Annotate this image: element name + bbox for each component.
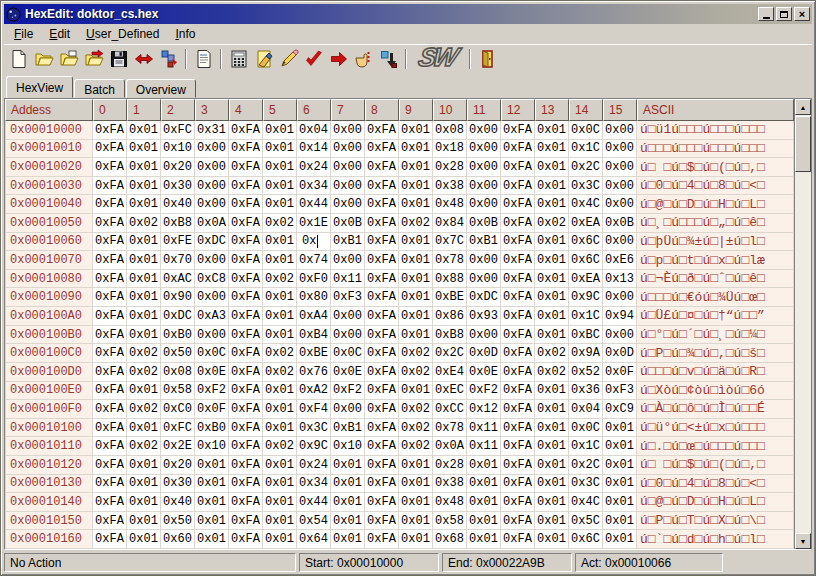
byte-cell[interactable]: 0x00 — [467, 326, 501, 345]
byte-cell[interactable]: 0xC8 — [195, 270, 229, 289]
byte-cell[interactable]: 0xFA — [229, 437, 263, 456]
column-header-6[interactable]: 6 — [297, 99, 331, 121]
byte-cell[interactable]: 0xFA — [93, 233, 127, 252]
byte-cell[interactable]: 0x34 — [297, 177, 331, 196]
byte-cell[interactable]: 0xFA — [365, 437, 399, 456]
menu-file[interactable]: File — [6, 25, 41, 43]
byte-cell[interactable]: 0x40 — [161, 493, 195, 512]
byte-cell[interactable]: 0x01 — [535, 456, 569, 475]
byte-cell[interactable]: 0x01 — [263, 158, 297, 177]
byte-cell[interactable]: 0x01 — [127, 140, 161, 159]
byte-cell[interactable]: 0x52 — [569, 363, 603, 382]
validate-check-button[interactable] — [301, 47, 326, 71]
byte-cell[interactable]: 0xFA — [229, 270, 263, 289]
byte-cell[interactable]: 0x0A — [433, 437, 467, 456]
byte-cell[interactable]: 0xFA — [365, 363, 399, 382]
byte-cell[interactable]: 0x01 — [535, 400, 569, 419]
byte-cell[interactable]: 0xA3 — [195, 307, 229, 326]
byte-cell[interactable]: 0xF2 — [467, 382, 501, 401]
byte-cell[interactable]: 0x0B — [331, 214, 365, 233]
byte-cell[interactable]: 0xFA — [229, 177, 263, 196]
byte-cell[interactable]: 0x01 — [535, 177, 569, 196]
byte-cell[interactable]: 0x02 — [535, 344, 569, 363]
byte-cell[interactable]: 0x34 — [297, 475, 331, 494]
byte-cell[interactable]: 0x88 — [433, 270, 467, 289]
byte-cell[interactable]: 0x01 — [263, 512, 297, 531]
byte-cell[interactable]: 0x44 — [297, 195, 331, 214]
column-header-13[interactable]: 13 — [535, 99, 569, 121]
byte-cell[interactable]: 0x11 — [467, 419, 501, 438]
byte-cell[interactable]: 0x01 — [195, 493, 229, 512]
byte-cell[interactable]: 0x01 — [535, 493, 569, 512]
byte-cell[interactable]: 0xFC — [161, 419, 195, 438]
byte-cell[interactable]: 0x01 — [399, 251, 433, 270]
column-header-8[interactable]: 8 — [365, 99, 399, 121]
column-header-15[interactable]: 15 — [603, 99, 637, 121]
byte-cell[interactable]: 0x00 — [195, 288, 229, 307]
byte-cell[interactable]: 0x48 — [433, 195, 467, 214]
byte-cell[interactable]: 0x01 — [535, 437, 569, 456]
byte-cell[interactable]: 0xE4 — [433, 363, 467, 382]
byte-cell[interactable]: 0xFA — [365, 344, 399, 363]
byte-cell[interactable]: 0x30 — [161, 177, 195, 196]
byte-cell[interactable]: 0x02 — [263, 270, 297, 289]
byte-cell[interactable]: 0xFA — [501, 363, 535, 382]
pointer-jump-button[interactable] — [351, 47, 376, 71]
byte-cell[interactable]: 0x01 — [399, 270, 433, 289]
byte-cell[interactable]: 0xFA — [93, 493, 127, 512]
byte-cell[interactable]: 0x01 — [331, 493, 365, 512]
menu-info[interactable]: Info — [167, 25, 203, 43]
byte-cell[interactable]: 0xFA — [501, 456, 535, 475]
byte-cell[interactable]: 0xFA — [365, 121, 399, 140]
byte-cell[interactable]: 0xFA — [365, 270, 399, 289]
byte-cell[interactable]: 0x0B — [467, 214, 501, 233]
byte-cell[interactable]: 0x2C — [569, 456, 603, 475]
byte-cell[interactable]: 0xEA — [569, 270, 603, 289]
byte-cell[interactable]: 0x10 — [331, 437, 365, 456]
byte-cell[interactable]: 0x00 — [331, 195, 365, 214]
byte-cell[interactable]: 0x24 — [297, 158, 331, 177]
maximize-button[interactable] — [776, 7, 792, 21]
byte-cell[interactable]: 0x36 — [569, 382, 603, 401]
byte-cell[interactable]: 0xFA — [365, 140, 399, 159]
byte-cell[interactable]: 0x01 — [399, 288, 433, 307]
byte-cell[interactable]: 0x01 — [399, 326, 433, 345]
byte-cell[interactable]: 0xFA — [229, 456, 263, 475]
byte-cell[interactable]: 0x80 — [297, 288, 331, 307]
byte-cell[interactable]: 0x01 — [399, 177, 433, 196]
byte-cell[interactable]: 0x08 — [161, 363, 195, 382]
byte-cell[interactable]: 0x00 — [603, 158, 637, 177]
byte-cell[interactable]: 0x76 — [297, 363, 331, 382]
byte-cell[interactable]: 0xFA — [365, 307, 399, 326]
byte-cell[interactable]: 0xFA — [501, 140, 535, 159]
byte-cell[interactable]: 0x0F — [195, 400, 229, 419]
byte-cell[interactable]: 0xFA — [365, 382, 399, 401]
byte-cell[interactable]: 0x01 — [467, 493, 501, 512]
column-header-addess[interactable]: Addess — [5, 99, 93, 121]
byte-cell[interactable]: 0x0C — [569, 419, 603, 438]
byte-cell[interactable]: 0x00 — [603, 326, 637, 345]
byte-cell[interactable]: 0x00 — [195, 177, 229, 196]
byte-cell[interactable]: 0x00 — [331, 400, 365, 419]
byte-cell-editing[interactable]: 0x — [297, 233, 331, 252]
close-button[interactable]: × — [794, 7, 810, 21]
byte-cell[interactable]: 0x00 — [331, 326, 365, 345]
open-file-button[interactable] — [31, 47, 56, 71]
tab-hexview[interactable]: HexView — [6, 76, 73, 98]
scrollbar-thumb[interactable] — [795, 116, 811, 172]
byte-cell[interactable]: 0x02 — [263, 214, 297, 233]
byte-cell[interactable]: 0xFA — [365, 419, 399, 438]
byte-cell[interactable]: 0xFA — [229, 326, 263, 345]
byte-cell[interactable]: 0x0C — [195, 344, 229, 363]
byte-cell[interactable]: 0x01 — [331, 475, 365, 494]
byte-cell[interactable]: 0xFA — [229, 121, 263, 140]
byte-cell[interactable]: 0xFA — [93, 177, 127, 196]
convert-blocks-button[interactable] — [376, 47, 401, 71]
byte-cell[interactable]: 0xFA — [93, 121, 127, 140]
byte-cell[interactable]: 0xFA — [229, 140, 263, 159]
byte-cell[interactable]: 0x01 — [399, 233, 433, 252]
column-header-2[interactable]: 2 — [161, 99, 195, 121]
byte-cell[interactable]: 0x18 — [433, 140, 467, 159]
column-header-1[interactable]: 1 — [127, 99, 161, 121]
byte-cell[interactable]: 0xFA — [229, 344, 263, 363]
